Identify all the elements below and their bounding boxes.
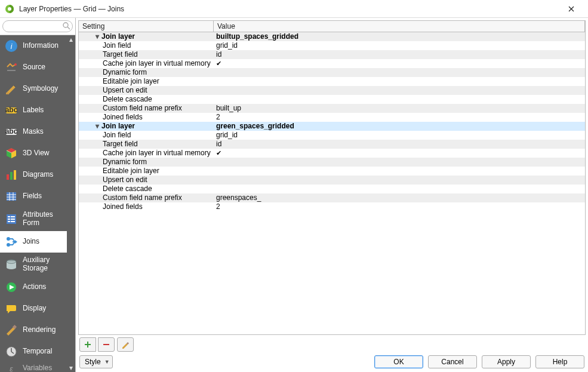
join-property-row[interactable]: Target fieldid bbox=[79, 50, 585, 59]
sidebar-scrollbar[interactable]: ▴ ▾ bbox=[67, 35, 75, 372]
apply-label: Apply bbox=[497, 358, 515, 366]
join-property-row[interactable]: Custom field name prefixbuilt_up bbox=[79, 104, 585, 113]
join-property-row[interactable]: Editable join layer bbox=[79, 77, 585, 86]
svg-text:abc: abc bbox=[5, 127, 18, 136]
check-icon bbox=[216, 149, 221, 157]
storage-icon bbox=[5, 258, 18, 271]
sidebar-item-label: Information bbox=[23, 42, 59, 50]
expand-toggle-icon[interactable]: ▾ bbox=[93, 32, 101, 41]
expand-toggle-icon[interactable]: ▾ bbox=[93, 122, 101, 131]
cell-setting: Custom field name prefix bbox=[79, 104, 214, 113]
cell-setting: Join field bbox=[79, 131, 214, 140]
svg-rect-13 bbox=[14, 170, 16, 180]
sidebar-item-attributes-form[interactable]: Attributes Form bbox=[0, 207, 75, 231]
sidebar-item-labels[interactable]: abc Labels bbox=[0, 100, 75, 121]
sidebar-item-display[interactable]: Display bbox=[0, 298, 75, 319]
scroll-down-arrow-icon[interactable]: ▾ bbox=[67, 364, 75, 372]
scroll-up-arrow-icon[interactable]: ▴ bbox=[67, 35, 75, 44]
grid-header: Setting Value bbox=[79, 21, 585, 32]
sidebar-item-diagrams[interactable]: Diagrams bbox=[0, 164, 75, 186]
join-layer-row[interactable]: ▾Join layerbuiltup_spaces_gridded bbox=[79, 32, 585, 41]
join-property-row[interactable]: Joined fields2 bbox=[79, 113, 585, 122]
sidebar-item-temporal[interactable]: Temporal bbox=[0, 341, 75, 362]
sidebar-item-rendering[interactable]: Rendering bbox=[0, 319, 75, 341]
sidebar-item-information[interactable]: i Information bbox=[0, 35, 75, 57]
join-property-row[interactable]: Join fieldgrid_id bbox=[79, 131, 585, 140]
add-join-button[interactable] bbox=[79, 337, 96, 352]
join-layer-row[interactable]: ▾Join layergreen_spaces_gridded bbox=[79, 122, 585, 131]
sidebar-item-symbology[interactable]: Symbology bbox=[0, 78, 75, 100]
sidebar-item-actions[interactable]: Actions bbox=[0, 276, 75, 298]
dialog-body: i Information Source Symbology abc Label… bbox=[0, 18, 588, 372]
remove-join-button[interactable] bbox=[98, 337, 115, 352]
join-property-row[interactable]: Cache join layer in virtual memory bbox=[79, 59, 585, 68]
cell-setting: Upsert on edit bbox=[79, 86, 214, 95]
cell-setting: Target field bbox=[79, 140, 214, 149]
chevron-down-icon: ▼ bbox=[104, 359, 110, 365]
join-property-row[interactable]: Dynamic form bbox=[79, 158, 585, 167]
joins-grid[interactable]: Setting Value ▾Join layerbuiltup_spaces_… bbox=[78, 20, 586, 335]
ok-button[interactable]: OK bbox=[374, 355, 423, 368]
sidebar-item-joins[interactable]: Joins bbox=[0, 231, 75, 253]
join-property-row[interactable]: Joined fields2 bbox=[79, 202, 585, 211]
value-text: greenspaces_ bbox=[216, 193, 261, 202]
join-property-row[interactable]: Cache join layer in virtual memory bbox=[79, 149, 585, 158]
sidebar-item-masks[interactable]: abc Masks bbox=[0, 121, 75, 143]
cell-setting: Editable join layer bbox=[79, 77, 214, 86]
sidebar-item-label: Auxiliary Storage bbox=[23, 256, 70, 273]
edit-join-button[interactable] bbox=[117, 337, 134, 352]
style-menu-button[interactable]: Style ▼ bbox=[79, 355, 113, 368]
cell-setting: Cache join layer in virtual memory bbox=[79, 59, 214, 68]
join-property-row[interactable]: Delete cascade bbox=[79, 185, 585, 193]
join-property-row[interactable]: Dynamic form bbox=[79, 68, 585, 77]
cancel-label: Cancel bbox=[441, 358, 463, 366]
form-icon bbox=[5, 213, 18, 226]
join-property-row[interactable]: Join fieldgrid_id bbox=[79, 41, 585, 50]
rendering-icon bbox=[5, 324, 18, 337]
svg-point-23 bbox=[7, 243, 10, 247]
join-property-row[interactable]: Editable join layer bbox=[79, 167, 585, 176]
window-close-button[interactable] bbox=[559, 0, 583, 18]
svg-rect-18 bbox=[8, 219, 10, 220]
svg-rect-19 bbox=[11, 219, 15, 220]
cell-setting: Upsert on edit bbox=[79, 176, 214, 185]
sidebar-item-label: Fields bbox=[23, 192, 42, 201]
sidebar-item-label: Joins bbox=[23, 238, 39, 246]
svg-rect-11 bbox=[7, 174, 9, 180]
sidebar-item-label: Diagrams bbox=[23, 171, 53, 179]
sidebar-item-auxiliary-storage[interactable]: Auxiliary Storage bbox=[0, 253, 75, 276]
cell-setting: Join field bbox=[79, 41, 214, 50]
cell-value: green_spaces_gridded bbox=[214, 122, 585, 131]
cancel-button[interactable]: Cancel bbox=[428, 355, 477, 368]
search-row bbox=[0, 18, 75, 35]
setting-text: Custom field name prefix bbox=[103, 104, 182, 113]
cell-value bbox=[214, 149, 585, 158]
value-text: 2 bbox=[216, 202, 220, 211]
value-text: green_spaces_gridded bbox=[216, 122, 294, 130]
cell-setting: Joined fields bbox=[79, 202, 214, 211]
app-icon bbox=[5, 4, 14, 14]
cell-value: built_up bbox=[214, 104, 585, 113]
diagrams-icon bbox=[5, 168, 18, 182]
sidebar-item-variables[interactable]: ε Variables bbox=[0, 362, 75, 372]
info-icon: i bbox=[5, 39, 18, 53]
sidebar-item-fields[interactable]: Fields bbox=[0, 186, 75, 207]
column-header-value[interactable]: Value bbox=[214, 21, 585, 32]
setting-text: Join layer bbox=[101, 122, 135, 131]
value-text: 2 bbox=[216, 113, 220, 121]
join-property-row[interactable]: Upsert on edit bbox=[79, 176, 585, 185]
join-property-row[interactable]: Upsert on edit bbox=[79, 86, 585, 95]
cell-setting: Delete cascade bbox=[79, 95, 214, 104]
apply-button[interactable]: Apply bbox=[482, 355, 531, 368]
svg-rect-20 bbox=[8, 221, 10, 222]
sidebar-item-source[interactable]: Source bbox=[0, 57, 75, 78]
sidebar-item-3dview[interactable]: 3D View bbox=[0, 143, 75, 164]
join-property-row[interactable]: Target fieldid bbox=[79, 140, 585, 149]
svg-point-22 bbox=[7, 237, 10, 241]
join-property-row[interactable]: Custom field name prefixgreenspaces_ bbox=[79, 193, 585, 202]
setting-text: Join field bbox=[103, 131, 131, 140]
column-header-setting[interactable]: Setting bbox=[79, 21, 214, 32]
join-property-row[interactable]: Delete cascade bbox=[79, 95, 585, 104]
style-menu-label: Style bbox=[85, 358, 101, 366]
help-button[interactable]: Help bbox=[535, 355, 584, 368]
